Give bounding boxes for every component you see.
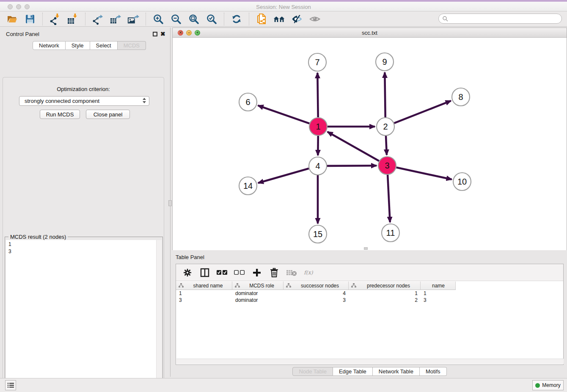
save-session-icon[interactable] <box>24 13 36 25</box>
graph-node-1[interactable]: 1 <box>309 118 327 135</box>
column-header-name[interactable]: name <box>421 282 456 290</box>
graph-node-8[interactable]: 8 <box>452 88 470 106</box>
network-window-titlebar[interactable]: ✕ – + scc.txt <box>173 28 567 38</box>
delete-table-icon <box>286 267 297 278</box>
app-titlebar[interactable]: Session: New Session <box>0 2 567 11</box>
export-image-icon[interactable] <box>127 13 139 25</box>
run-mcds-button[interactable]: Run MCDS <box>40 110 80 119</box>
column-sort-icon <box>286 283 291 288</box>
svg-text:4: 4 <box>315 161 320 171</box>
refresh-layout-icon[interactable] <box>231 13 242 25</box>
graph-node-7[interactable]: 7 <box>308 53 326 71</box>
zoom-out-icon[interactable] <box>170 13 182 25</box>
export-table-icon[interactable] <box>110 13 121 25</box>
graph-node-6[interactable]: 6 <box>239 93 257 111</box>
column-sort-icon <box>235 283 240 288</box>
tab-mcds[interactable]: MCDS <box>118 41 146 50</box>
table-cell[interactable]: 2 <box>349 297 421 304</box>
graph-node-9[interactable]: 9 <box>376 53 394 71</box>
column-header-shared-name[interactable]: shared name <box>176 282 232 290</box>
control-panel-float-button[interactable] <box>153 32 157 36</box>
network-graph: 7968124314101511 <box>173 38 567 250</box>
table-cell[interactable]: 1 <box>349 290 421 297</box>
column-header-predecessor-nodes[interactable]: predecessor nodes <box>349 282 421 290</box>
graph-node-3[interactable]: 3 <box>378 157 396 174</box>
canvas-scroll-handle[interactable] <box>364 247 368 250</box>
export-network-icon[interactable] <box>92 13 104 25</box>
graph-edge-1-4[interactable] <box>318 136 318 155</box>
zoom-in-icon[interactable] <box>152 13 164 25</box>
table-tab-edge-table[interactable]: Edge Table <box>333 367 373 376</box>
criterion-select[interactable]: strongly connected component <box>19 96 149 106</box>
table-toolbar: f(x) <box>176 264 563 281</box>
network-canvas[interactable]: 7968124314101511 <box>173 38 567 250</box>
table-cell[interactable]: 3 <box>176 297 232 304</box>
import-table-icon[interactable] <box>67 13 79 25</box>
open-session-icon[interactable] <box>6 13 18 25</box>
table-cell[interactable]: 3 <box>284 297 349 304</box>
table-tab-motifs[interactable]: Motifs <box>420 367 447 376</box>
graph-edge-2-8[interactable] <box>394 101 451 123</box>
graph-edge-2-9[interactable] <box>385 72 385 117</box>
add-column-icon[interactable] <box>251 267 262 278</box>
tab-select[interactable]: Select <box>90 41 118 50</box>
hide-selected-icon[interactable] <box>291 13 303 25</box>
criterion-selected-value: strongly connected component <box>25 98 99 104</box>
graph-node-14[interactable]: 14 <box>239 177 257 195</box>
graph-edge-4-3[interactable] <box>327 166 377 166</box>
table-tab-network-table[interactable]: Network Table <box>373 367 420 376</box>
mcds-result-textarea[interactable]: 1 3 <box>6 240 162 392</box>
status-bar: Memory <box>0 378 567 392</box>
table-cell[interactable]: 4 <box>284 290 349 297</box>
graph-edge-4-14[interactable] <box>258 168 309 183</box>
table-cell[interactable]: dominator <box>232 290 284 297</box>
graph-node-10[interactable]: 10 <box>453 173 471 190</box>
control-panel-close-icon[interactable]: ✖ <box>160 32 165 36</box>
zoom-selected-icon[interactable] <box>206 13 217 25</box>
graph-edge-2-3[interactable] <box>386 136 387 155</box>
table-mode-icon[interactable] <box>182 267 193 278</box>
close-panel-button[interactable]: Close panel <box>86 110 130 119</box>
mcds-result-title: MCDS result (2 nodes) <box>8 234 68 240</box>
delete-column-icon[interactable] <box>269 267 280 278</box>
svg-text:f(x): f(x) <box>304 269 313 275</box>
graph-edge-3-10[interactable] <box>396 168 452 179</box>
graph-edge-3-1[interactable] <box>328 132 379 161</box>
graph-node-15[interactable]: 15 <box>309 225 327 243</box>
search-input[interactable] <box>438 14 562 24</box>
column-header-successor-nodes[interactable]: successor nodes <box>284 282 349 290</box>
import-network-icon[interactable] <box>49 13 61 25</box>
memory-button[interactable]: Memory <box>532 380 564 390</box>
graph-node-2[interactable]: 2 <box>377 118 394 135</box>
table-cell[interactable]: 3 <box>421 297 456 304</box>
svg-text:11: 11 <box>386 228 395 237</box>
zoom-fit-icon[interactable] <box>188 13 200 25</box>
select-all-columns-icon[interactable] <box>217 267 228 278</box>
panel-divider-handle[interactable] <box>168 200 172 206</box>
column-header-MCDS-role[interactable]: MCDS role <box>232 282 284 290</box>
table-cell[interactable]: 1 <box>176 290 232 297</box>
graph-edge-1-6[interactable] <box>258 105 310 124</box>
table-horizontal-scrollbar[interactable] <box>176 359 564 364</box>
graph-edge-3-11[interactable] <box>388 175 390 222</box>
graph-edge-1-7[interactable] <box>317 73 318 117</box>
graph-node-11[interactable]: 11 <box>382 224 399 242</box>
result-scrollbar[interactable] <box>156 240 162 392</box>
table-cell[interactable]: 1 <box>421 290 456 297</box>
deselect-all-columns-icon[interactable] <box>234 267 245 278</box>
new-network-from-selection-icon[interactable] <box>256 13 267 25</box>
task-history-button[interactable] <box>5 380 16 390</box>
table-row[interactable]: 3dominator323 <box>176 297 456 304</box>
table-cell[interactable]: dominator <box>232 297 284 304</box>
mcds-result-group: MCDS result (2 nodes) 1 3 <box>5 237 163 392</box>
network-view-window[interactable]: ✕ – + scc.txt 7968124314101511 <box>172 28 567 250</box>
tab-style[interactable]: Style <box>66 41 90 50</box>
tab-network[interactable]: Network <box>33 41 66 50</box>
table-tab-node-table[interactable]: Node Table <box>292 367 333 376</box>
first-neighbors-icon[interactable] <box>273 13 285 25</box>
column-selector-icon[interactable] <box>199 267 210 278</box>
chevron-up-down-icon <box>143 98 146 103</box>
table-row[interactable]: 1dominator411 <box>176 290 456 297</box>
show-all-icon <box>309 13 321 25</box>
graph-node-4[interactable]: 4 <box>309 157 327 175</box>
